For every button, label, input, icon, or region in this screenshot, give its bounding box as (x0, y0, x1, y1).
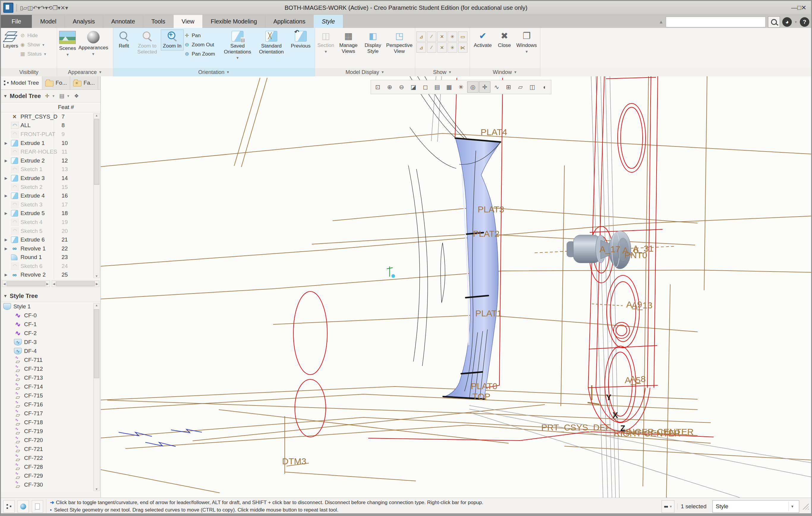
tab-folder-browser[interactable]: Fo... (42, 77, 70, 89)
table-row[interactable]: ▶ Extrude 4 16 (1, 191, 100, 200)
expand-arrow[interactable]: ▶ (1, 176, 11, 180)
datum-display-filters-button[interactable]: ✳ (455, 82, 467, 93)
pan-button[interactable]: ✛Pan (184, 31, 219, 40)
minimize-button[interactable]: — (791, 4, 798, 11)
tree-display-icon[interactable]: ❖ (74, 93, 79, 99)
open-button[interactable]: ▱ (23, 5, 27, 11)
datum-label[interactable]: PLAT4 (481, 127, 508, 137)
list-item[interactable]: DF-4 (1, 347, 100, 356)
tab[interactable]: Annotate (103, 15, 143, 28)
list-item[interactable]: CF-711 (1, 356, 100, 364)
list-item[interactable]: CF-713 (1, 373, 100, 382)
list-item[interactable]: DF-3 (1, 338, 100, 347)
redo-button[interactable]: ↷ (40, 5, 45, 11)
view-manager-button[interactable]: ▦ (443, 82, 455, 93)
save-button[interactable]: ◫ (27, 5, 33, 11)
table-row[interactable]: ▶ Extrude 2 12 (1, 156, 100, 165)
list-item[interactable]: CF-716 (1, 400, 100, 409)
collapse-ribbon-icon[interactable]: ▲ (659, 19, 663, 25)
expand-arrow[interactable]: ▶ (1, 238, 11, 242)
datum-label[interactable]: A_17 (600, 244, 620, 254)
show-toggle-button[interactable]: ▭ (458, 31, 467, 41)
table-row[interactable]: REAR-HOLES 11 (1, 147, 100, 156)
show-toggle-button[interactable]: ⊿ (416, 42, 426, 53)
table-row[interactable]: Sketch 5 20 (1, 227, 100, 236)
collapse-icon[interactable]: ▼ (3, 294, 7, 298)
model-tree-scrollbar[interactable]: ▲▼ (93, 114, 100, 278)
datum-label[interactable]: A_13 (632, 300, 652, 310)
customize-toolbar-button[interactable]: ▾ (65, 5, 68, 11)
help-button[interactable]: ? (800, 17, 809, 27)
datum-label[interactable]: TOP (472, 392, 490, 401)
pan-zoom-button[interactable]: ⊚Pan Zoom (184, 49, 219, 59)
manage-views-button[interactable]: ▦ Manage Views (336, 30, 361, 55)
list-item[interactable]: CF-0 (1, 311, 100, 320)
tab[interactable]: View (174, 15, 203, 28)
full-screen-button[interactable] (32, 500, 43, 513)
show-toggle-button[interactable]: ✕ (437, 42, 447, 53)
table-row[interactable]: Sketch 6 24 (1, 262, 100, 271)
selection-filter-combo[interactable]: Style▼ (713, 500, 799, 513)
repaint-button[interactable]: ◪ (408, 82, 419, 93)
table-row[interactable]: ▶ Revolve 1 22 (1, 244, 100, 253)
list-item[interactable]: CF-720 (1, 436, 100, 445)
learning-connector-icon[interactable]: ◕ (782, 17, 792, 27)
zoom-out-button[interactable]: ⊖Zoom Out (184, 40, 219, 49)
tab[interactable]: Model (32, 15, 64, 28)
show-toggle-button[interactable]: ✳ (447, 31, 457, 41)
datum-label[interactable]: PNT0 (625, 250, 647, 260)
expand-arrow[interactable]: ▶ (1, 194, 11, 198)
show-toggle-button[interactable]: ✳ (447, 42, 457, 53)
table-row[interactable]: ▶ Extrude 3 14 (1, 174, 100, 183)
table-row[interactable]: Sketch 3 17 (1, 200, 100, 209)
find-button[interactable]: ●●▼ (662, 500, 674, 513)
revolve-solid[interactable] (567, 231, 631, 269)
list-item[interactable]: CF-719 (1, 427, 100, 436)
datum-label[interactable]: PLAT0 (471, 381, 497, 391)
feat-hscrollbar[interactable]: ◀▶ (52, 280, 99, 287)
expand-arrow[interactable]: ▶ (1, 159, 11, 163)
table-row[interactable]: ALL 8 (1, 121, 100, 130)
list-item[interactable]: CF-721 (1, 445, 100, 454)
table-row[interactable]: Sketch 2 15 (1, 183, 100, 192)
display-style-button[interactable]: ◧ Display Style (361, 30, 384, 55)
show-button[interactable]: ◉Show▼ (20, 40, 47, 49)
list-item[interactable]: CF-712 (1, 364, 100, 373)
display-style-button[interactable]: ◻ (420, 82, 431, 93)
tab-favorites[interactable]: Fa... (70, 77, 98, 89)
list-item[interactable]: CF-717 (1, 409, 100, 418)
window-switch-menu-button[interactable]: ▾ (58, 5, 61, 11)
tab-model-tree[interactable]: Model Tree (1, 77, 42, 89)
maximize-button[interactable]: □ (798, 4, 801, 11)
zoom-out-button[interactable]: ⊖ (396, 82, 407, 93)
datum-label[interactable]: PLAT3 (477, 204, 504, 214)
activate-button[interactable]: ✔ Activate (471, 30, 494, 50)
tab[interactable]: Tools (143, 15, 174, 28)
browser-toggle-button[interactable] (18, 500, 29, 513)
plane-display-button[interactable]: ▱ (515, 82, 526, 93)
datum-label[interactable]: A_8 (630, 374, 645, 384)
style-surface[interactable] (443, 138, 500, 399)
show-toggle-button[interactable]: ∕ (427, 42, 436, 53)
style-display-button[interactable]: ∿ (491, 82, 502, 93)
table-row[interactable]: Sketch 4 19 (1, 218, 100, 227)
layers-button[interactable]: Layers (2, 30, 19, 50)
zoom-in-button[interactable]: + Zoom In (161, 30, 183, 50)
table-row[interactable]: FRONT-PLAT 9 (1, 130, 100, 139)
table-row[interactable]: ▶ Extrude 5 18 (1, 209, 100, 218)
list-item[interactable]: CF-730 (1, 480, 100, 489)
standard-orientation-button[interactable]: Standard Orientation (256, 30, 287, 56)
list-item[interactable]: CF-1 (1, 320, 100, 329)
tab[interactable]: Style (314, 15, 343, 28)
datum-label[interactable]: PLAT1 (475, 308, 502, 318)
section-button[interactable]: ◫ Section ▼ (316, 30, 335, 55)
annotation-display-button[interactable]: ◎ (467, 82, 478, 93)
datum-label[interactable]: FINGER-CENTER (620, 427, 694, 437)
resize-grip[interactable] (802, 503, 809, 510)
model-view[interactable]: PLAT4PLAT3PLAT2PLAT1PLAT0TOPDTM3PRT_CSYS… (101, 77, 811, 497)
datum-label[interactable]: Y (606, 393, 611, 402)
style-tree-scrollbar[interactable]: ▲▼ (93, 303, 100, 491)
appearances-button[interactable]: Appearances ▼ (78, 30, 109, 57)
show-toggle-button[interactable]: ⊿ (416, 31, 426, 41)
refit-button[interactable]: ⊡ (372, 82, 383, 93)
